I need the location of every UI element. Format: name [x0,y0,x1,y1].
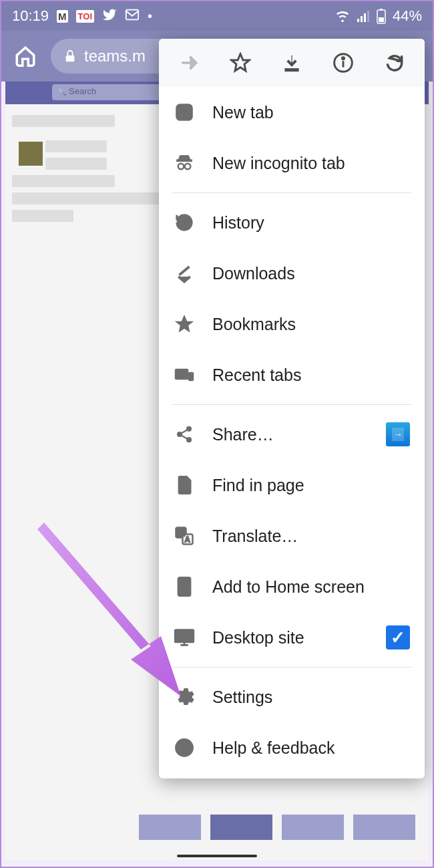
menu-item-label: New tab [212,103,274,122]
svg-point-31 [182,483,187,488]
svg-point-21 [185,164,191,170]
menu-item-label: Translate… [212,527,298,546]
menu-item-label: Bookmarks [212,315,296,334]
menu-share[interactable]: Share… [159,409,425,460]
wifi-icon [335,9,350,23]
svg-rect-8 [66,55,75,61]
menu-incognito[interactable]: New incognito tab [159,138,425,188]
download-button[interactable] [270,41,314,85]
svg-rect-24 [176,370,188,379]
menu-item-label: Share… [212,425,274,444]
svg-rect-4 [367,11,369,22]
svg-rect-1 [357,19,359,22]
share-icon [174,425,195,444]
menu-item-label: Recent tabs [212,366,301,385]
menu-add-home-screen[interactable]: Add to Home screen [159,561,425,612]
menu-downloads[interactable]: Downloads [159,248,425,299]
menu-bookmarks[interactable]: Bookmarks [159,299,425,349]
status-app-icon-twitter [102,7,117,25]
status-app-icon-gmail [125,8,140,25]
svg-point-44 [184,751,186,753]
status-more-dot: • [148,9,152,24]
menu-item-label: Help & feedback [212,738,335,758]
menu-recent-tabs[interactable]: Recent tabs [159,349,425,400]
svg-rect-2 [361,16,363,22]
info-button[interactable] [321,41,365,85]
recent-tabs-icon [174,366,195,384]
svg-rect-0 [126,9,138,19]
status-time: 10:19 [12,7,49,25]
menu-desktop-site[interactable]: Desktop site [159,612,425,663]
svg-point-20 [178,164,184,170]
reload-button[interactable] [373,41,417,85]
forward-button [167,41,211,85]
menu-item-label: Downloads [212,264,295,283]
bookmark-star-button[interactable] [218,41,262,85]
menu-find-in-page[interactable]: Find in page [159,460,425,511]
svg-point-28 [187,438,192,442]
lock-icon [63,49,77,63]
menu-settings[interactable]: Settings [159,672,425,722]
home-button[interactable] [12,43,39,69]
share-target-app-icon[interactable] [386,422,410,446]
menu-new-tab[interactable]: New tab [159,87,425,138]
new-tab-icon [174,102,195,122]
svg-point-15 [343,57,345,59]
help-icon [174,738,195,758]
downloads-icon [174,263,195,283]
bookmarks-icon [174,314,195,334]
battery-percent: 44% [393,7,422,25]
status-app-icon-toi: TOI [76,10,94,23]
svg-rect-19 [177,160,192,162]
svg-rect-6 [379,17,384,22]
incognito-icon [174,153,195,173]
menu-item-label: Settings [212,688,272,707]
svg-rect-25 [189,373,193,380]
menu-history[interactable]: History [159,197,425,248]
menu-translate[interactable]: 文A Translate… [159,511,425,561]
annotation-arrow [31,516,191,716]
svg-point-27 [178,432,182,437]
menu-divider [172,404,411,405]
menu-item-label: New incognito tab [212,154,345,173]
menu-help-feedback[interactable]: Help & feedback [159,722,425,773]
menu-item-label: Add to Home screen [212,577,365,597]
menu-toolbar [159,39,425,87]
bottom-blocks [139,815,415,840]
svg-point-26 [187,426,192,431]
desktop-site-checkbox[interactable] [386,625,410,649]
avatar-thumbnail [19,142,43,166]
svg-rect-12 [285,69,298,71]
gesture-bar [177,855,257,857]
url-text: teams.m [84,47,146,65]
battery-icon [377,8,386,24]
signal-icon [357,9,370,23]
chrome-overflow-menu: New tab New incognito tab History Downlo… [159,39,425,778]
android-status-bar: 10:19 M TOI • 44% [1,1,433,31]
menu-item-label: Desktop site [212,628,304,647]
svg-rect-3 [364,13,366,22]
svg-rect-7 [380,9,383,10]
menu-divider [172,192,411,193]
find-in-page-icon [174,475,195,495]
menu-divider [172,667,411,668]
svg-line-29 [182,430,187,434]
menu-item-label: Find in page [212,476,304,495]
history-icon [174,212,195,233]
status-app-icon-m: M [57,10,68,23]
svg-line-30 [182,436,187,439]
menu-item-label: History [212,213,264,233]
